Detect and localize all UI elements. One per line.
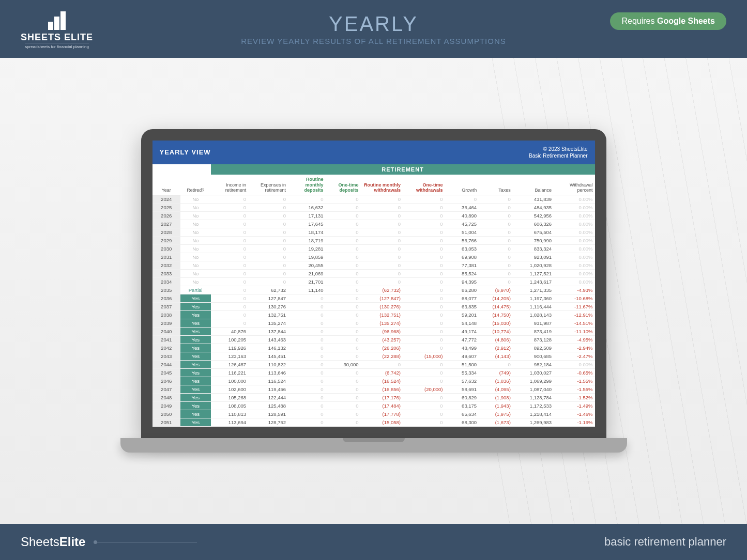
cell-otw: 0 xyxy=(403,253,445,261)
cell-otw: 0 xyxy=(403,261,445,270)
cell-balance: 1,020,928 xyxy=(513,261,554,270)
cell-growth: 58,691 xyxy=(445,385,479,394)
cell-rmw: 0 xyxy=(361,253,403,261)
cell-otd: 0 xyxy=(326,336,361,344)
col-year: Year xyxy=(153,175,180,195)
cell-year: 2037 xyxy=(153,303,180,311)
cell-rmw: 0 xyxy=(361,195,403,204)
cell-taxes: (14,750) xyxy=(479,311,513,319)
cell-otw: 0 xyxy=(403,245,445,253)
cell-otw: (20,000) xyxy=(403,385,445,394)
cell-balance: 1,087,040 xyxy=(513,385,554,394)
cell-taxes: 0 xyxy=(479,204,513,212)
cell-balance: 833,324 xyxy=(513,245,554,253)
cell-otw: 0 xyxy=(403,336,445,344)
cell-rmw: (22,288) xyxy=(361,352,403,361)
cell-otd: 0 xyxy=(326,220,361,228)
cell-year: 2047 xyxy=(153,385,180,394)
cell-year: 2043 xyxy=(153,352,180,361)
cell-otd: 0 xyxy=(326,286,361,294)
cell-taxes: (14,475) xyxy=(479,303,513,311)
cell-rmw: 0 xyxy=(361,270,403,278)
table-row: 2051Yes113,694128,75200(15,058)068,300(1… xyxy=(153,418,595,427)
cell-growth: 63,175 xyxy=(445,402,479,410)
table-row: 2049Yes108,005125,48800(17,484)063,175(1… xyxy=(153,402,595,410)
cell-rmw: 0 xyxy=(361,228,403,237)
cell-taxes: (1,975) xyxy=(479,410,513,418)
cell-otw: 0 xyxy=(403,228,445,237)
sheet-header: YEARLY VIEW © 2023 SheetsElite Basic Ret… xyxy=(153,141,595,164)
cell-income: 0 xyxy=(211,220,248,228)
table-row: 2050Yes110,813128,59100(17,778)065,634(1… xyxy=(153,410,595,418)
cell-balance: 931,987 xyxy=(513,319,554,328)
cell-rmd: 0 xyxy=(288,336,325,344)
cell-income: 113,694 xyxy=(211,418,248,427)
cell-otd: 0 xyxy=(326,294,361,303)
cell-expenses: 128,752 xyxy=(248,418,288,427)
cell-otw: 0 xyxy=(403,212,445,220)
column-headers: Year Retired? Income in retirement Expen… xyxy=(153,175,595,195)
cell-rmd: 0 xyxy=(288,385,325,394)
cell-retired: Yes xyxy=(180,410,211,418)
cell-growth: 94,395 xyxy=(445,278,479,286)
cell-wp: -4.95% xyxy=(554,336,594,344)
cell-otw: 0 xyxy=(403,361,445,369)
table-row: 2039Yes0135,27400(135,274)054,148(15,030… xyxy=(153,319,595,328)
table-row: 2025No0016,63200036,4640484,9350.00% xyxy=(153,204,595,212)
cell-expenses: 146,132 xyxy=(248,344,288,352)
cell-year: 2036 xyxy=(153,294,180,303)
cell-wp: -14.51% xyxy=(554,319,594,328)
cell-balance: 923,091 xyxy=(513,253,554,261)
cell-retired: No xyxy=(180,212,211,220)
cell-taxes: 0 xyxy=(479,261,513,270)
cell-wp: 0.00% xyxy=(554,228,594,237)
cell-expenses: 0 xyxy=(248,237,288,245)
cell-balance: 873,419 xyxy=(513,328,554,336)
cell-wp: -1.55% xyxy=(554,377,594,385)
cell-rmw: (16,856) xyxy=(361,385,403,394)
cell-income: 0 xyxy=(211,278,248,286)
cell-balance: 1,069,299 xyxy=(513,377,554,385)
cell-retired: Yes xyxy=(180,377,211,385)
cell-otd: 0 xyxy=(326,245,361,253)
cell-expenses: 62,732 xyxy=(248,286,288,294)
cell-income: 40,876 xyxy=(211,328,248,336)
cell-wp: 0.00% xyxy=(554,212,594,220)
cell-rmd: 0 xyxy=(288,311,325,319)
cell-expenses: 0 xyxy=(248,253,288,261)
cell-retired: No xyxy=(180,253,211,261)
cell-retired: Yes xyxy=(180,352,211,361)
col-onetime-deposits: One-time deposits xyxy=(326,175,361,195)
cell-rmw: (17,778) xyxy=(361,410,403,418)
cell-balance: 1,116,444 xyxy=(513,303,554,311)
cell-otw: 0 xyxy=(403,195,445,204)
cell-balance: 1,197,360 xyxy=(513,294,554,303)
cell-income: 0 xyxy=(211,212,248,220)
cell-income: 116,221 xyxy=(211,369,248,377)
page-title: YEARLY xyxy=(241,12,506,36)
cell-taxes: 0 xyxy=(479,212,513,220)
col-routine-withdrawals: Routine monthly withdrawals xyxy=(361,175,403,195)
cell-rmd: 18,719 xyxy=(288,237,325,245)
cell-retired: No xyxy=(180,237,211,245)
cell-growth: 47,772 xyxy=(445,336,479,344)
cell-rmw: 0 xyxy=(361,237,403,245)
col-withdrawal-pct: Withdrawal percent xyxy=(554,175,594,195)
cell-taxes: (1,943) xyxy=(479,402,513,410)
table-row: 2037Yes0130,27600(130,276)063,835(14,475… xyxy=(153,303,595,311)
requires-badge: Requires Google Sheets xyxy=(610,12,726,30)
cell-otw: 0 xyxy=(403,402,445,410)
cell-retired: No xyxy=(180,228,211,237)
cell-otw: (15,000) xyxy=(403,352,445,361)
table-row: 2026No0017,13100040,8900542,9560.00% xyxy=(153,212,595,220)
cell-otw: 0 xyxy=(403,377,445,385)
brand-bold: Elite xyxy=(59,535,86,549)
cell-wp: -11.67% xyxy=(554,303,594,311)
sheet-copyright: © 2023 SheetsElite xyxy=(529,146,587,152)
table-row: 2041Yes100,205143,46300(43,257)047,772(4… xyxy=(153,336,595,344)
cell-wp: -12.91% xyxy=(554,311,594,319)
cell-rmd: 0 xyxy=(288,377,325,385)
cell-growth: 59,201 xyxy=(445,311,479,319)
cell-taxes: (4,806) xyxy=(479,336,513,344)
cell-otw: 0 xyxy=(403,270,445,278)
